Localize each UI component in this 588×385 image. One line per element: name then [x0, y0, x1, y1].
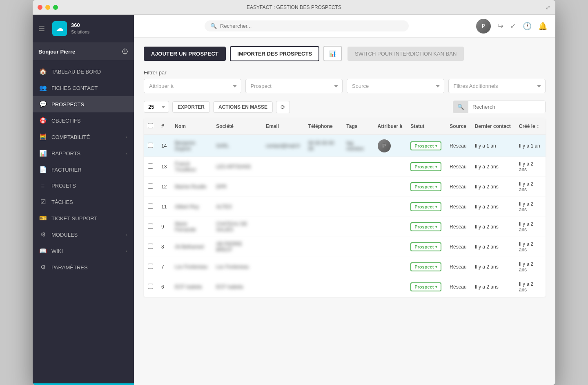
- cell-id: 7: [157, 257, 171, 277]
- status-badge[interactable]: Prospect ▾: [410, 141, 441, 150]
- table-row[interactable]: 8 Ali Belhamed AB PIERRE BREST Prospect …: [144, 237, 546, 257]
- table-row[interactable]: 13 Franck Trouilleux LES ARTISANS Prospe…: [144, 157, 546, 177]
- chevron-down-icon: ▾: [435, 225, 437, 229]
- row-checkbox[interactable]: [148, 244, 153, 249]
- status-badge[interactable]: Prospect ▾: [410, 162, 441, 171]
- clock-icon[interactable]: 🕐: [523, 22, 532, 31]
- avatar[interactable]: P: [476, 19, 491, 34]
- table-search-input[interactable]: [468, 101, 545, 113]
- table-search-wrap: 🔍: [453, 101, 546, 113]
- export-button[interactable]: EXPORTER: [172, 101, 210, 113]
- source-filter[interactable]: Source: [347, 79, 444, 93]
- sidebar-item-tableau-de-bord[interactable]: 🏠 TABLEAU DE BORD: [33, 63, 134, 80]
- filter-label: Filtrer par: [144, 69, 546, 76]
- cell-email: [262, 277, 304, 297]
- sidebar-item-label: RAPPORTS: [51, 150, 80, 157]
- table-row[interactable]: 11 Alibert Roy ALTEO Prospect ▾: [144, 197, 546, 217]
- sidebar-item-ticket-support[interactable]: 🎫 TICKET SUPPORT: [33, 210, 134, 226]
- chevron-right-icon: ‹: [126, 151, 127, 156]
- minimize-button[interactable]: [45, 5, 50, 10]
- cell-cree: Il y a 2 ans: [515, 177, 546, 197]
- cell-source: Réseau: [445, 237, 470, 257]
- sidebar-item-taches[interactable]: ☑ TÂCHES: [33, 194, 134, 210]
- sidebar-item-wiki[interactable]: 📖 WIKI ‹: [33, 243, 134, 259]
- cell-dernier: Il y a 2 ans: [471, 257, 515, 277]
- table-row[interactable]: 12 Marine Rouille DPR Prospect ▾: [144, 177, 546, 197]
- cell-checkbox: [144, 237, 157, 257]
- cell-attribuer: [374, 197, 407, 217]
- per-page-select[interactable]: 25 50 100: [144, 101, 169, 113]
- cell-id: 9: [157, 217, 171, 237]
- col-cree[interactable]: Créé le ↕: [515, 118, 546, 135]
- type-filter[interactable]: Prospect: [245, 79, 343, 93]
- row-checkbox[interactable]: [148, 264, 153, 269]
- app-layout: ☰ ☁ 360 Solutions Bonjour Pierre ⏻ 🏠 TAB…: [33, 15, 555, 385]
- cell-dernier: Il y a 2 ans: [471, 157, 515, 177]
- table-row[interactable]: 7 Loc Fonteneau Loc Fonteneau Prospect ▾: [144, 257, 546, 277]
- sidebar-item-objectifs[interactable]: 🎯 OBJECTIFS: [33, 112, 134, 129]
- cell-tags: [342, 157, 373, 177]
- cell-email: [262, 217, 304, 237]
- topbar: 🔍 P ↪ ✓ 🕐 🔔: [134, 15, 555, 38]
- refresh-button[interactable]: ⟳: [276, 101, 290, 113]
- status-badge[interactable]: Prospect ▾: [410, 182, 441, 191]
- sidebar-item-label: FICHES CONTACT: [51, 85, 98, 91]
- sidebar-item-parametres[interactable]: ⚙ PARAMÈTRES: [33, 259, 134, 275]
- sidebar-item-rapports[interactable]: 📊 RAPPORTS ‹: [33, 145, 134, 161]
- cell-nom: Marine Rouille: [171, 177, 212, 197]
- table-toolbar: 25 50 100 EXPORTER ACTIONS EN MASSE ⟳ 🔍: [144, 101, 546, 113]
- sidebar-item-prospects[interactable]: 💬 PROSPECTS: [33, 96, 134, 112]
- sidebar-item-facturier[interactable]: 📄 FACTURIER: [33, 161, 134, 178]
- chevron-down-icon: ▾: [435, 205, 437, 209]
- maximize-button[interactable]: [53, 5, 58, 10]
- sidebar-item-projets[interactable]: ≡ PROJETS: [33, 178, 134, 194]
- titlebar: EASYFACT : GESTION DES PROSPECTS ⤢: [33, 0, 555, 15]
- table-row[interactable]: 9 Marie Fernande CHATEAU DE SALIES Prosp…: [144, 217, 546, 237]
- hamburger-icon[interactable]: ☰: [38, 24, 45, 33]
- power-icon[interactable]: ⏻: [122, 48, 128, 55]
- chevron-right-icon: ‹: [126, 232, 127, 237]
- expand-icon[interactable]: ⤢: [546, 4, 550, 11]
- cell-nom: ECF Isabela: [171, 277, 212, 297]
- sidebar-item-modules[interactable]: ⚙ MODULES ‹: [33, 226, 134, 243]
- table-row[interactable]: 6 ECF Isabela ECF Isabela Prospect ▾: [144, 277, 546, 297]
- table-row[interactable]: 14 Benjamin Dupont SARL contact@mail.fr …: [144, 135, 546, 157]
- share-icon[interactable]: ↪: [497, 22, 503, 31]
- add-prospect-button[interactable]: AJOUTER UN PROSPECT: [144, 47, 226, 61]
- status-badge[interactable]: Prospect ▾: [410, 222, 441, 231]
- status-badge[interactable]: Prospect ▾: [410, 262, 441, 271]
- row-checkbox[interactable]: [148, 204, 153, 209]
- sidebar-user: Bonjour Pierre ⏻: [33, 43, 134, 60]
- select-all-checkbox[interactable]: [148, 123, 153, 128]
- row-checkbox[interactable]: [148, 284, 153, 289]
- window-title: EASYFACT : GESTION DES PROSPECTS: [247, 4, 341, 10]
- accounting-icon: 🧮: [39, 133, 47, 141]
- switch-kanban-button[interactable]: SWITCH POUR INTERDICTION KAN BAN: [347, 47, 464, 61]
- cell-email: [262, 157, 304, 177]
- status-badge[interactable]: Prospect ▾: [410, 202, 441, 211]
- cell-statut: Prospect ▾: [406, 257, 445, 277]
- table-search-icon[interactable]: 🔍: [453, 101, 468, 113]
- cell-statut: Prospect ▾: [406, 197, 445, 217]
- row-checkbox[interactable]: [148, 184, 153, 189]
- actions-masse-button[interactable]: ACTIONS EN MASSE: [213, 101, 273, 113]
- status-badge[interactable]: Prospect ▾: [410, 242, 441, 251]
- status-badge[interactable]: Prospect ▾: [410, 282, 441, 291]
- topbar-actions: P ↪ ✓ 🕐 🔔: [476, 19, 547, 34]
- bell-icon[interactable]: 🔔: [538, 22, 547, 31]
- search-bar[interactable]: 🔍: [205, 20, 409, 31]
- chart-view-button[interactable]: 📊: [323, 46, 342, 61]
- search-input[interactable]: [220, 23, 403, 29]
- checkmark-icon[interactable]: ✓: [510, 22, 516, 31]
- sidebar-item-comptabilite[interactable]: 🧮 COMPTABILITÉ ‹: [33, 129, 134, 145]
- row-checkbox[interactable]: [148, 163, 153, 169]
- close-button[interactable]: [38, 5, 42, 10]
- row-checkbox[interactable]: [148, 143, 153, 148]
- row-checkbox[interactable]: [148, 224, 153, 229]
- prospects-table: # Nom Société Email Téléphone Tags Attri…: [144, 118, 546, 297]
- import-prospects-button[interactable]: IMPORTER DES PROSPECTS: [230, 46, 319, 61]
- sidebar-item-fiches-contact[interactable]: 👥 FICHES CONTACT: [33, 80, 134, 96]
- col-nom[interactable]: Nom: [171, 118, 212, 135]
- additional-filter[interactable]: Filtres Additionnels: [448, 79, 546, 93]
- assign-filter[interactable]: Attribuer à: [144, 79, 241, 93]
